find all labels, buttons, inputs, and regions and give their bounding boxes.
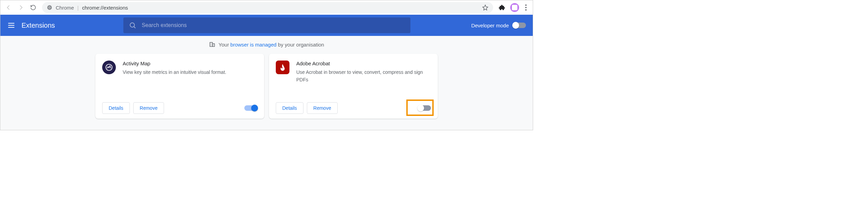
developer-mode-control: Developer mode xyxy=(471,23,526,28)
svg-rect-7 xyxy=(210,42,213,47)
svg-point-3 xyxy=(525,4,527,6)
avatar-image xyxy=(512,5,517,10)
arrow-right-icon xyxy=(18,4,24,11)
remove-button[interactable]: Remove xyxy=(133,102,164,114)
extension-icon xyxy=(102,61,116,74)
svg-point-2 xyxy=(49,7,50,8)
profile-avatar[interactable] xyxy=(510,3,519,12)
developer-mode-label: Developer mode xyxy=(471,23,509,28)
arrow-left-icon xyxy=(5,4,12,11)
address-separator: | xyxy=(77,5,79,11)
back-button[interactable] xyxy=(3,2,14,13)
extension-name: Adobe Acrobat xyxy=(296,61,431,66)
extension-card: Activity MapView key site metrics in an … xyxy=(95,54,264,119)
svg-point-6 xyxy=(130,23,135,27)
building-icon xyxy=(209,41,215,48)
toggle-knob xyxy=(512,22,519,29)
enable-toggle[interactable] xyxy=(244,105,257,111)
search-icon xyxy=(129,22,136,29)
svg-point-4 xyxy=(525,7,527,8)
kebab-icon xyxy=(522,3,530,12)
extensions-grid: Activity MapView key site metrics in an … xyxy=(0,54,533,119)
hamburger-icon xyxy=(7,21,15,29)
reload-button[interactable] xyxy=(28,2,39,13)
forward-button[interactable] xyxy=(15,2,26,13)
browser-menu-button[interactable] xyxy=(522,3,530,12)
search-placeholder: Search extensions xyxy=(142,22,187,28)
address-bar[interactable]: Chrome | chrome://extensions xyxy=(42,2,493,13)
developer-mode-toggle[interactable] xyxy=(513,23,526,28)
address-url: chrome://extensions xyxy=(82,5,128,11)
managed-link[interactable]: browser is managed xyxy=(230,42,276,48)
extension-description: View key site metrics in an intuitive vi… xyxy=(123,68,226,76)
address-label: Chrome xyxy=(56,5,74,11)
app-bar: Extensions Search extensions Developer m… xyxy=(0,15,533,36)
reload-icon xyxy=(30,4,36,11)
extension-name: Activity Map xyxy=(123,61,226,66)
details-button[interactable]: Details xyxy=(102,102,130,114)
managed-notice: Your browser is managed by your organisa… xyxy=(0,41,533,48)
browser-toolbar: Chrome | chrome://extensions xyxy=(0,0,533,15)
page-title: Extensions xyxy=(22,22,55,29)
managed-text: Your browser is managed by your organisa… xyxy=(219,42,324,48)
extension-description: Use Acrobat in browser to view, convert,… xyxy=(296,68,431,84)
svg-point-5 xyxy=(525,9,527,11)
search-input[interactable]: Search extensions xyxy=(123,17,410,33)
extensions-button[interactable] xyxy=(499,4,505,11)
enable-toggle[interactable] xyxy=(418,105,431,111)
details-button[interactable]: Details xyxy=(276,102,303,114)
remove-button[interactable]: Remove xyxy=(307,102,338,114)
bookmark-button[interactable] xyxy=(482,4,488,11)
extension-card: Adobe AcrobatUse Acrobat in browser to v… xyxy=(269,54,438,119)
svg-rect-8 xyxy=(212,44,214,47)
extension-icon xyxy=(276,61,289,74)
toggle-knob xyxy=(417,105,424,111)
toggle-knob xyxy=(251,105,258,111)
menu-button[interactable] xyxy=(7,21,15,29)
content-area: Your browser is managed by your organisa… xyxy=(0,36,533,130)
puzzle-icon xyxy=(499,4,505,11)
star-icon xyxy=(482,4,488,11)
chrome-icon xyxy=(47,5,52,10)
